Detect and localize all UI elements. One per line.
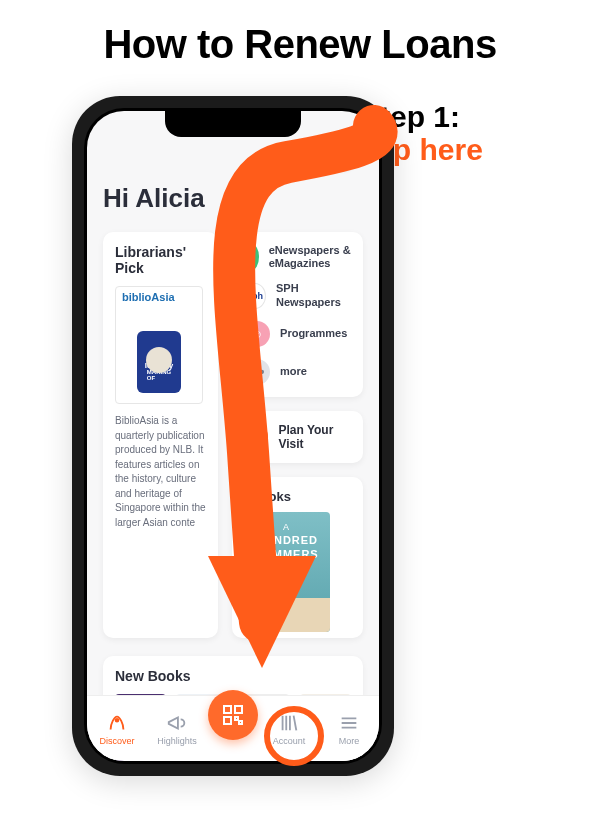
svg-rect-2	[235, 706, 242, 713]
page-title: How to Renew Loans	[0, 0, 600, 67]
rocket-icon	[106, 712, 128, 734]
menu-item-label: SPH Newspapers	[276, 282, 351, 308]
librarians-pick-desc: BiblioAsia is a quarterly publication pr…	[115, 414, 206, 530]
books-icon	[278, 712, 300, 734]
sph-icon: sph	[244, 283, 266, 309]
librarians-pick-cover[interactable]: biblioAsia Identity MAKING OF	[115, 286, 203, 404]
svg-rect-3	[224, 717, 231, 724]
plan-visit-label: Plan Your Visit	[278, 423, 351, 451]
ebooks-title: eBooks	[244, 489, 351, 504]
librarians-pick-title: Librarians' Pick	[115, 244, 206, 276]
new-books-title: New Books	[115, 668, 351, 684]
menu-item-programmes[interactable]: ☺ Programmes	[244, 321, 351, 347]
app-scroll-area[interactable]: Hi Alicia Librarians' Pick biblioAsia Id…	[87, 111, 379, 761]
svg-point-0	[116, 718, 119, 721]
route-icon: ➔	[244, 423, 268, 451]
tab-highlights[interactable]: Highlights	[148, 712, 206, 746]
tab-discover[interactable]: Discover	[88, 712, 146, 746]
ebook-line1: A	[244, 522, 330, 532]
tab-more[interactable]: More	[320, 712, 378, 746]
check-icon: ✓	[244, 244, 259, 270]
menu-item-label: Programmes	[280, 327, 347, 340]
megaphone-icon	[166, 712, 188, 734]
tab-account[interactable]: Account	[260, 712, 318, 746]
librarians-pick-card[interactable]: Librarians' Pick biblioAsia Identity MAK…	[103, 232, 218, 638]
menu-icon	[338, 712, 360, 734]
svg-rect-1	[224, 706, 231, 713]
tab-label: Account	[273, 736, 306, 746]
qr-scan-button[interactable]	[208, 690, 258, 740]
phone-bezel: Hi Alicia Librarians' Pick biblioAsia Id…	[84, 108, 382, 764]
tab-label: More	[339, 736, 360, 746]
qr-icon	[221, 703, 245, 727]
ebook-line3: SUMMERS	[244, 548, 330, 560]
quick-menu-card: ✓ eNewspapers & eMagazines sph SPH Newsp…	[232, 232, 363, 397]
ebook-cover[interactable]: A HUNDRED SUMMERS	[244, 512, 330, 632]
bottom-tabbar: Discover Highlights Account	[87, 695, 379, 761]
plan-visit-card[interactable]: ➔ Plan Your Visit	[232, 411, 363, 463]
cover-footer: MAKING OF	[147, 369, 171, 381]
phone-notch	[165, 111, 301, 137]
phone-screen: Hi Alicia Librarians' Pick biblioAsia Id…	[87, 111, 379, 761]
menu-item-label: eNewspapers & eMagazines	[269, 244, 351, 270]
cover-brand: biblioAsia	[122, 291, 175, 303]
avatar[interactable]	[325, 135, 359, 169]
tab-label: Discover	[99, 736, 134, 746]
menu-item-more[interactable]: ••• more	[244, 359, 351, 385]
menu-item-enews[interactable]: ✓ eNewspapers & eMagazines	[244, 244, 351, 270]
tab-label: Highlights	[157, 736, 197, 746]
person-icon: ☺	[244, 321, 270, 347]
more-icon: •••	[244, 359, 270, 385]
menu-item-label: more	[280, 365, 307, 378]
ebooks-card[interactable]: eBooks A HUNDRED SUMMERS	[232, 477, 363, 638]
ebook-line2: HUNDRED	[244, 534, 330, 546]
phone-frame: Hi Alicia Librarians' Pick biblioAsia Id…	[72, 96, 394, 776]
greeting-text: Hi Alicia	[103, 183, 363, 214]
menu-item-sph[interactable]: sph SPH Newspapers	[244, 282, 351, 308]
